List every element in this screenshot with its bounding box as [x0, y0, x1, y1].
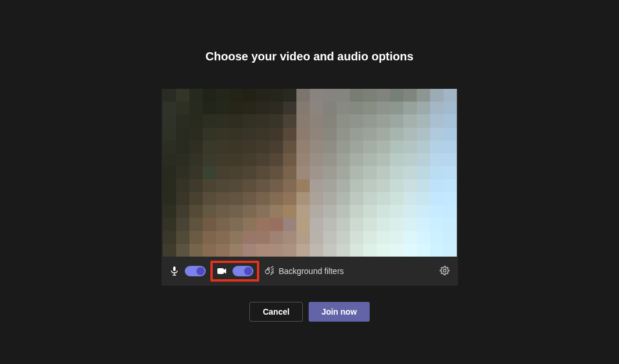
prejoin-panel: Background filters: [162, 89, 458, 286]
page-title: Choose your video and audio options: [206, 50, 414, 63]
join-now-button[interactable]: Join now: [309, 302, 370, 322]
camera-icon: [216, 265, 228, 277]
cancel-button[interactable]: Cancel: [249, 302, 303, 322]
svg-point-9: [443, 269, 446, 272]
microphone-icon: [169, 265, 180, 277]
action-buttons: Cancel Join now: [249, 302, 370, 322]
svg-rect-3: [217, 268, 224, 274]
background-filters-label[interactable]: Background filters: [279, 266, 344, 276]
svg-line-6: [271, 268, 274, 271]
background-filters-icon: [264, 266, 274, 276]
controls-bar: Background filters: [162, 257, 458, 286]
svg-rect-0: [173, 266, 176, 271]
camera-toggle-highlight: [210, 261, 259, 282]
svg-line-5: [271, 266, 273, 269]
svg-line-8: [270, 272, 274, 275]
svg-point-4: [265, 270, 269, 274]
camera-toggle[interactable]: [232, 266, 253, 276]
video-preview: [163, 89, 457, 257]
settings-icon[interactable]: [439, 265, 451, 277]
microphone-toggle[interactable]: [185, 266, 206, 276]
